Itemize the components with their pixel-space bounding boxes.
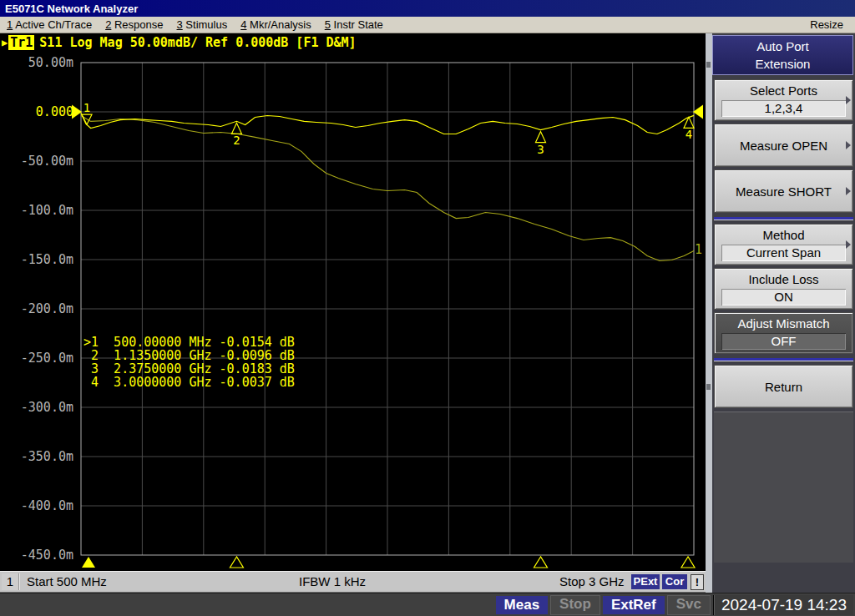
softkey-label: Select Ports bbox=[715, 80, 852, 98]
analyzer-screen: 50.00m0.000-50.00m-100.0m-150.0m-200.0m-… bbox=[0, 33, 706, 571]
channel-status-bar: 1 Start 500 MHz IFBW 1 kHz Stop 3 GHz PE… bbox=[0, 571, 706, 593]
softkey-adjust-mismatch[interactable]: Adjust MismatchOFF bbox=[714, 312, 853, 354]
softkey-menu-title: Auto Port Extension bbox=[712, 35, 853, 75]
y-axis-label: -400.0m bbox=[21, 498, 73, 513]
softkey-menu-title-line2: Extension bbox=[713, 55, 852, 73]
menu-item-mkr-analysis[interactable]: 4 Mkr/Analysis bbox=[234, 18, 318, 31]
status-stop: Stop bbox=[550, 595, 600, 615]
softkey-value: ON bbox=[721, 289, 846, 305]
plot-area: 50.00m0.000-50.00m-100.0m-150.0m-200.0m-… bbox=[0, 33, 706, 571]
softkey-label: Method bbox=[715, 225, 852, 242]
menu-item-stimulus[interactable]: 3 Stimulus bbox=[170, 18, 235, 31]
svg-text:1: 1 bbox=[83, 101, 90, 114]
y-axis-label: -50.00m bbox=[21, 154, 73, 169]
softkey-value: Current Span bbox=[721, 245, 846, 261]
trace-name-badge[interactable]: Tr1 bbox=[8, 35, 34, 50]
softkey-label: Return bbox=[765, 380, 802, 394]
marker-readout-table: >1 500.00000 MHz -0.0154 dB 2 1.1350000 … bbox=[83, 336, 295, 389]
stimulus-marker-4[interactable] bbox=[681, 557, 695, 568]
status-svc: Svc bbox=[667, 595, 711, 615]
stop-frequency[interactable]: Stop 3 GHz bbox=[559, 574, 625, 588]
status-datetime: 2024-07-19 14:23 bbox=[713, 595, 853, 615]
marker-table-row: 2 1.1350000 GHz -0.0096 dB bbox=[83, 349, 295, 362]
softkey-include-loss[interactable]: Include LossON bbox=[714, 268, 853, 310]
menu-item-active-ch-trace[interactable]: 1 Active Ch/Trace bbox=[0, 18, 99, 31]
scrollbar-tick bbox=[706, 62, 711, 68]
reference-level-arrow-left[interactable] bbox=[72, 105, 82, 119]
softkey-value: OFF bbox=[721, 333, 846, 350]
softkey-sidebar: Auto Port Extension Select Ports1,2,3,4M… bbox=[706, 33, 855, 593]
softkey-measure-open[interactable]: Measure OPEN bbox=[714, 124, 853, 167]
window-title: E5071C Network Analyzer bbox=[0, 3, 138, 15]
start-frequency[interactable]: Start 500 MHz bbox=[27, 574, 107, 588]
softkey-label: Measure OPEN bbox=[740, 139, 827, 153]
y-axis-label: -100.0m bbox=[21, 203, 73, 218]
softkey-label: Include Loss bbox=[715, 269, 852, 286]
svg-text:4: 4 bbox=[686, 128, 692, 141]
active-trace-arrow-icon: ▶ bbox=[2, 37, 8, 48]
marker-2[interactable]: 2 bbox=[231, 123, 241, 147]
stimulus-marker-2[interactable] bbox=[230, 557, 243, 568]
ifbw-value[interactable]: IFBW 1 kHz bbox=[299, 574, 366, 588]
status-meas: Meas bbox=[496, 596, 549, 614]
softkey-label: Measure SHORT bbox=[736, 184, 832, 199]
app-window: E5071C Network Analyzer 1 Active Ch/Trac… bbox=[0, 0, 855, 616]
softkey-menu: Auto Port Extension Select Ports1,2,3,4M… bbox=[712, 33, 855, 564]
softkey-separator bbox=[714, 217, 853, 220]
reference-level-arrow-right[interactable] bbox=[693, 105, 703, 119]
title-bar: E5071C Network Analyzer bbox=[0, 0, 855, 17]
sidebar-empty-panel bbox=[714, 412, 853, 563]
y-axis-label: -300.0m bbox=[21, 400, 73, 415]
y-axis-label: -150.0m bbox=[21, 252, 73, 267]
softkey-label: Adjust Mismatch bbox=[715, 313, 852, 331]
menu-bar: 1 Active Ch/Trace2 Response3 Stimulus4 M… bbox=[0, 17, 855, 33]
stimulus-marker-3[interactable] bbox=[534, 557, 548, 568]
y-axis-label: -450.0m bbox=[21, 548, 73, 563]
trace-status-line: ▶ Tr1 S11 Log Mag 50.00mdB/ Ref 0.000dB … bbox=[2, 35, 357, 50]
softkey-method[interactable]: MethodCurrent Span bbox=[714, 224, 853, 265]
instrument-status-bar: MeasStopExtRefSvc2024-07-19 14:23 bbox=[0, 593, 855, 616]
submenu-arrow-icon bbox=[846, 96, 851, 104]
softkey-return[interactable]: Return bbox=[714, 365, 853, 408]
y-axis-reference-label: 0.000 bbox=[36, 104, 73, 119]
softkey-value: 1,2,3,4 bbox=[721, 100, 846, 117]
softkey-separator bbox=[714, 358, 853, 361]
scrollbar-tick bbox=[706, 384, 711, 390]
alert-indicator: ! bbox=[691, 574, 704, 590]
y-axis-label: -350.0m bbox=[21, 449, 73, 464]
stimulus-marker-1[interactable] bbox=[82, 557, 95, 568]
svg-text:2: 2 bbox=[233, 134, 240, 147]
port-extension-badge: PExt bbox=[631, 574, 660, 589]
y-axis-label: -200.0m bbox=[21, 301, 73, 316]
marker-table-row: 3 2.3750000 GHz -0.0183 dB bbox=[83, 362, 295, 376]
trace-number-label: 1 bbox=[695, 242, 702, 257]
softkey-measure-short[interactable]: Measure SHORT bbox=[714, 169, 853, 213]
marker-3[interactable]: 3 bbox=[536, 132, 546, 156]
menu-item-response[interactable]: 2 Response bbox=[99, 18, 169, 31]
svg-text:3: 3 bbox=[537, 143, 544, 156]
channel-number: 1 bbox=[2, 573, 20, 590]
softkey-scrollbar[interactable] bbox=[706, 33, 712, 593]
marker-table-row: >1 500.00000 MHz -0.0154 dB bbox=[83, 336, 295, 349]
menu-items: 1 Active Ch/Trace2 Response3 Stimulus4 M… bbox=[0, 18, 390, 31]
submenu-arrow-icon bbox=[846, 187, 851, 195]
marker-table-row: 4 3.0000000 GHz -0.0037 dB bbox=[83, 376, 295, 389]
status-extref: ExtRef bbox=[603, 596, 665, 614]
softkey-select-ports[interactable]: Select Ports1,2,3,4 bbox=[714, 79, 853, 121]
correction-badge: Cor bbox=[662, 574, 687, 589]
trace-settings-text: S11 Log Mag 50.00mdB/ Ref 0.000dB [F1 D&… bbox=[39, 35, 356, 50]
menu-item-instr-state[interactable]: 5 Instr State bbox=[318, 18, 390, 31]
menu-item-resize[interactable]: Resize bbox=[798, 18, 855, 31]
submenu-arrow-icon bbox=[846, 141, 851, 149]
submenu-arrow-icon bbox=[846, 240, 851, 249]
y-axis-label: 50.00m bbox=[28, 55, 73, 70]
y-axis-label: -250.0m bbox=[21, 351, 73, 366]
softkey-menu-title-line1: Auto Port bbox=[713, 38, 852, 55]
marker-4[interactable]: 4 bbox=[684, 117, 694, 141]
